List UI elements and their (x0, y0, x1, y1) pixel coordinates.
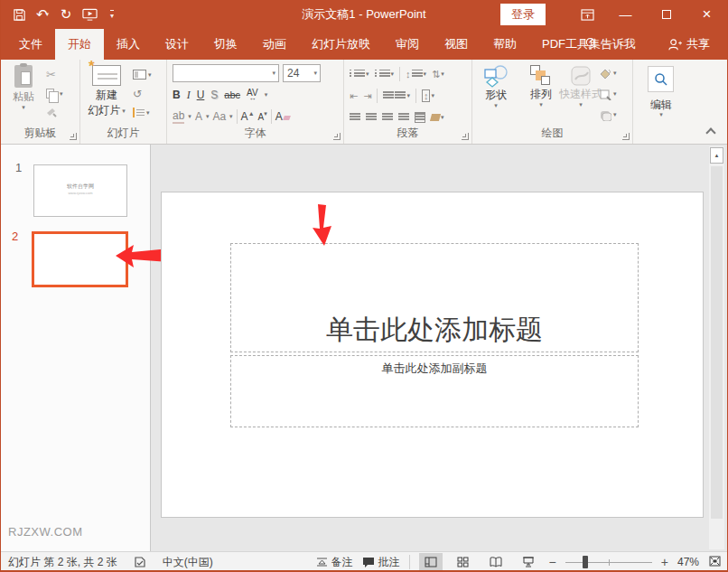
format-painter-button[interactable] (46, 103, 63, 122)
editing-button[interactable] (648, 66, 674, 92)
tab-transitions[interactable]: 切换 (201, 29, 250, 60)
strikethrough-button[interactable]: abc (224, 89, 240, 100)
language-indicator[interactable]: 中文(中国) (163, 555, 213, 570)
section-button[interactable]: ▾ (133, 103, 152, 122)
scroll-up-button[interactable]: ▲ (710, 147, 723, 164)
subtitle-placeholder[interactable]: 单击此处添加副标题 (230, 355, 639, 427)
change-case-button[interactable]: Aa (212, 110, 226, 123)
scrollbar-thumb[interactable] (711, 166, 723, 519)
font-size-combo[interactable]: 24▾ (283, 64, 321, 82)
ribbon-display-options-button[interactable] (569, 0, 605, 29)
columns-button[interactable]: ▾ (383, 91, 410, 100)
new-slide-label-2: 幻灯片▾ (88, 103, 126, 118)
login-button[interactable]: 登录 (500, 4, 546, 25)
save-icon (13, 8, 26, 22)
drawing-dialog-launcher[interactable] (622, 133, 630, 140)
line-spacing-button[interactable]: ↕▾ (406, 69, 426, 80)
clipboard-dialog-launcher[interactable] (70, 133, 77, 140)
align-right-button[interactable] (382, 113, 393, 122)
zoom-out-button[interactable]: − (549, 555, 556, 569)
shape-effects-button[interactable]: ▾ (599, 107, 617, 123)
cut-button[interactable]: ✂ (46, 65, 63, 84)
highlight-button[interactable]: ab (173, 109, 184, 124)
title-placeholder[interactable]: 单击此处添加标题 (230, 243, 639, 352)
paragraph-dialog-launcher[interactable] (462, 133, 469, 140)
notes-icon (316, 557, 328, 567)
increase-indent-button[interactable]: ⇥ (363, 90, 371, 102)
close-button[interactable]: × (686, 0, 727, 29)
slide-1-thumbnail[interactable]: 软件自学网 www.rjzxw.com (33, 164, 127, 217)
collapse-ribbon-button[interactable] (705, 127, 715, 137)
fit-to-window-button[interactable] (708, 555, 722, 570)
align-center-button[interactable] (366, 113, 377, 122)
save-button[interactable] (8, 3, 30, 26)
reading-view-button[interactable] (484, 553, 508, 572)
tell-me-button[interactable]: 告诉我 (584, 29, 636, 60)
bullets-button[interactable]: ▾ (350, 70, 369, 79)
justify-button[interactable] (398, 113, 409, 122)
slide-sorter-view-button[interactable] (452, 553, 475, 572)
minimize-button[interactable]: — (605, 0, 646, 29)
slide-counter[interactable]: 幻灯片 第 2 张, 共 2 张 (8, 555, 117, 570)
distribute-button[interactable] (415, 112, 425, 123)
shrink-font-button[interactable]: A▾ (258, 110, 267, 123)
shapes-button[interactable]: 形状 ▾ (478, 65, 514, 108)
customize-qat-button[interactable]: ▾ (102, 3, 124, 26)
underline-button[interactable]: U (197, 89, 205, 101)
italic-button[interactable]: I (187, 89, 191, 102)
copy-button[interactable]: ▾ (46, 84, 63, 103)
maximize-button[interactable] (646, 0, 686, 29)
notes-button[interactable]: 备注 (316, 555, 353, 570)
redo-button[interactable]: ↻ (55, 3, 77, 26)
bold-button[interactable]: B (173, 89, 181, 101)
tab-file[interactable]: 文件 (6, 29, 55, 60)
arrange-label: 排列 (530, 87, 552, 102)
new-slide-button[interactable]: * 新建 幻灯片▾ (88, 65, 126, 118)
zoom-slider[interactable] (565, 556, 652, 568)
start-slideshow-button[interactable] (79, 3, 100, 26)
current-slide-canvas[interactable]: 单击此处添加标题 单击此处添加副标题 (161, 192, 704, 518)
character-spacing-button[interactable]: AV (247, 88, 258, 102)
layout-button[interactable]: ▾ (133, 65, 152, 84)
shape-fill-button[interactable]: ▾ (599, 65, 617, 81)
slide-2-thumbnail[interactable] (32, 231, 128, 287)
undo-button[interactable]: ↶▾ (32, 3, 53, 26)
decrease-indent-icon: ⇤ (350, 90, 358, 102)
text-shadow-button[interactable]: S (210, 89, 218, 101)
tab-design[interactable]: 设计 (153, 29, 201, 60)
paste-button[interactable]: 粘贴 ▾ (6, 65, 41, 110)
tab-help[interactable]: 帮助 (481, 29, 529, 60)
align-text-button[interactable]: ↕▾ (422, 89, 434, 102)
text-direction-button[interactable]: ⇅▾ (432, 69, 444, 80)
tab-animations[interactable]: 动画 (250, 29, 299, 60)
tab-review[interactable]: 审阅 (383, 29, 432, 60)
slideshow-view-button[interactable] (517, 553, 540, 572)
smartart-button[interactable]: ▾ (431, 114, 444, 121)
arrange-button[interactable]: 排列 ▾ (523, 65, 559, 108)
numbering-icon (379, 70, 390, 79)
decrease-indent-button[interactable]: ⇤ (350, 90, 358, 102)
font-name-combo[interactable]: ▾ (173, 64, 279, 82)
tab-insert[interactable]: 插入 (104, 29, 153, 60)
tab-view[interactable]: 视图 (432, 29, 481, 60)
grow-font-button[interactable]: A▲ (241, 110, 255, 123)
vertical-scrollbar[interactable]: ▲ (709, 146, 724, 549)
shape-outline-button[interactable]: ▾ (599, 86, 617, 102)
clear-formatting-button[interactable]: A (275, 110, 290, 123)
font-color-button[interactable]: A (195, 110, 202, 123)
zoom-level[interactable]: 47% (677, 556, 699, 568)
tab-home[interactable]: 开始 (55, 29, 104, 60)
zoom-in-button[interactable]: + (661, 555, 668, 569)
normal-view-button[interactable] (419, 553, 443, 572)
align-left-button[interactable] (350, 113, 360, 122)
zoom-slider-thumb[interactable] (583, 556, 588, 568)
share-button[interactable]: 共享 (667, 29, 710, 60)
quick-styles-button[interactable]: 快速样式 ▾ (559, 65, 602, 108)
numbering-button[interactable]: ▾ (375, 70, 395, 79)
comments-button[interactable]: 批注 (362, 555, 400, 570)
arrange-dropdown-icon: ▾ (539, 102, 543, 108)
reset-button[interactable]: ↺ (133, 84, 152, 103)
font-dialog-launcher[interactable] (333, 133, 341, 140)
tab-slideshow[interactable]: 幻灯片放映 (299, 29, 383, 60)
spell-check-icon[interactable] (134, 556, 146, 568)
